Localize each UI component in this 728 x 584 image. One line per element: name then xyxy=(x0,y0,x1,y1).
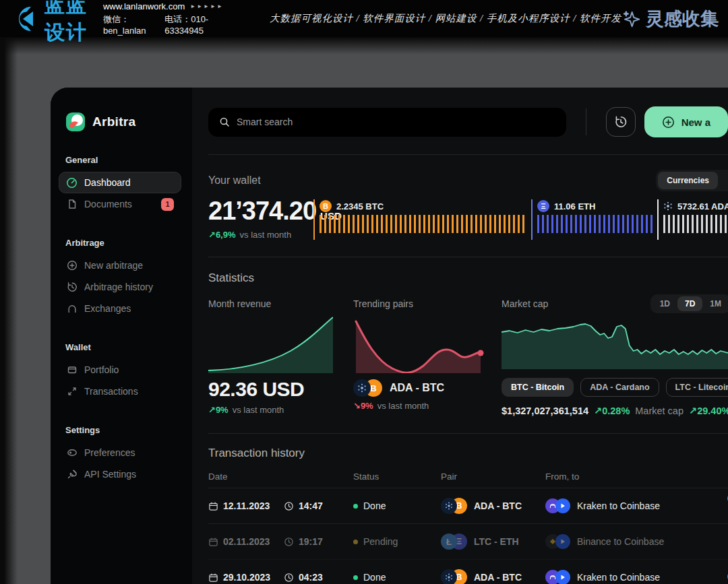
nav-section-settings: Settings xyxy=(65,425,192,435)
wallet-change: ↗6,9% xyxy=(208,230,236,240)
banner-phone: 电话：010-63334945 xyxy=(164,13,224,36)
segment-tick xyxy=(531,199,533,240)
nav-section-general: General xyxy=(65,155,192,165)
table-row[interactable]: 29.10.2023 04:23 Done xyxy=(208,560,728,584)
tab-currencies[interactable]: Currencies xyxy=(658,172,718,189)
cardano-icon xyxy=(441,498,457,514)
range-1m[interactable]: 1M xyxy=(702,296,728,311)
market-cap-label: Market cap xyxy=(502,298,548,309)
banner-logo: 蓝蓝设计 xyxy=(11,0,88,46)
sidebar-item-label: Portfolio xyxy=(84,364,119,375)
status-dot xyxy=(353,540,358,544)
calendar-icon xyxy=(208,573,218,583)
month-revenue-change: ↗9% xyxy=(208,405,229,415)
sidebar-item-api-settings[interactable]: API Settings xyxy=(59,463,181,485)
transaction-history-title: Transaction history xyxy=(208,447,728,460)
app-name: Arbitra xyxy=(92,115,135,129)
pill-ltc[interactable]: LTC - Litecoin xyxy=(666,378,728,397)
dashboard-gauge-icon xyxy=(66,177,78,189)
range-1d[interactable]: 1D xyxy=(653,296,677,311)
sidebar-item-transactions[interactable]: Transactions xyxy=(59,381,181,402)
coinbase-arrow-icon xyxy=(555,534,570,549)
sidebar-item-arbitrage-history[interactable]: Arbitrage history xyxy=(59,276,181,298)
wallet-title: Your wallet xyxy=(208,174,261,187)
main-content: New a Your wallet Currencies E 21’374.20… xyxy=(192,88,728,584)
search-bar[interactable] xyxy=(208,108,566,137)
btc-amount: 2.2345 BTC xyxy=(336,201,384,212)
sidebar-item-new-arbitrage[interactable]: New arbitrage xyxy=(59,255,181,276)
sidebar-item-label: Arbitrage history xyxy=(84,282,153,292)
trending-pairs-chart xyxy=(353,316,485,373)
sidebar-item-documents[interactable]: Documents 1 xyxy=(59,193,181,215)
banner-arrows: ►►►►► xyxy=(190,3,224,9)
search-input[interactable] xyxy=(237,117,555,127)
pill-btc[interactable]: BTC - Bitcoin xyxy=(502,378,574,397)
wallet-icon xyxy=(66,364,78,376)
range-7d[interactable]: 7D xyxy=(677,296,702,311)
status-badge: Pending xyxy=(363,536,398,547)
sidebar-item-exchanges[interactable]: Exchanges xyxy=(59,298,181,319)
pill-ada[interactable]: ADA - Cardano xyxy=(580,378,659,397)
cardano-icon xyxy=(353,379,371,397)
coinbase-arrow-icon xyxy=(555,570,570,584)
trending-pair-name: ADA - BTC xyxy=(390,382,444,394)
section-divider xyxy=(208,433,728,434)
holdings-bars: B 2.2345 BTC Ξ 11.06 ETH xyxy=(313,199,728,240)
volume-change: ↗29.40% xyxy=(689,405,728,416)
range-tabs: 1D 7D 1M xyxy=(650,294,728,313)
market-cap-stats: $1,327,027,361,514 ↗0.28% Market cap ↗29… xyxy=(502,405,728,416)
pair-icons: B xyxy=(353,379,382,397)
tab-exchanges[interactable]: E xyxy=(721,172,728,189)
banner-services: 大数据可视化设计 / 软件界面设计 / 网站建设 / 手机及小程序设计 / 软件… xyxy=(270,12,621,25)
plug-icon xyxy=(66,469,78,480)
sidebar-item-label: Documents xyxy=(84,199,132,209)
market-cap-panel: Market cap 1D 7D 1M BTC - Bitcoin ADA - … xyxy=(502,286,728,416)
btc-icon: B xyxy=(320,200,332,212)
trending-change: ↘9% xyxy=(353,401,373,411)
history-button[interactable] xyxy=(606,107,636,137)
table-row[interactable]: 12.11.2023 14:47 Done xyxy=(208,488,728,524)
status-dot xyxy=(353,504,358,509)
topbar-divider xyxy=(586,108,586,135)
topbar: New a xyxy=(208,106,728,137)
market-cap-chart xyxy=(502,319,728,369)
wallet-total: 21’374.20 xyxy=(208,197,316,226)
sidebar-item-label: Transactions xyxy=(84,386,138,397)
status-badge: Done xyxy=(363,572,386,583)
statistics-title: Statistics xyxy=(208,271,728,285)
banner-collect: 灵感收集 xyxy=(621,7,719,31)
sidebar-item-label: Exchanges xyxy=(84,303,131,314)
month-revenue-value: 92.36 USD xyxy=(208,378,333,401)
holding-eth: Ξ 11.06 ETH xyxy=(531,199,653,240)
sidebar-item-preferences[interactable]: Preferences xyxy=(59,442,181,463)
wallet-change-note: vs last month xyxy=(240,230,292,240)
market-cap-coin-pills: BTC - Bitcoin ADA - Cardano LTC - Liteco… xyxy=(502,378,728,397)
arch-icon xyxy=(66,303,78,315)
nav-section-arbitrage: Arbitrage xyxy=(65,238,192,248)
market-cap-change: ↗0.28% xyxy=(594,405,630,416)
new-arbitrage-button[interactable]: New a xyxy=(644,106,728,137)
sparkle-star-icon xyxy=(621,9,642,29)
banner-site-url: www.lanlanwork.com xyxy=(103,1,185,11)
sidebar-item-dashboard[interactable]: Dashboard xyxy=(59,172,181,193)
search-icon xyxy=(219,117,230,127)
banner-wechat: 微信：ben_lanlan xyxy=(103,13,152,36)
sidebar-item-label: Preferences xyxy=(84,447,135,458)
table-row[interactable]: 02.11.2023 19:17 Pending Ł Ξ LT xyxy=(208,524,728,560)
market-cap-value: $1,327,027,361,514 xyxy=(502,405,588,416)
calendar-icon xyxy=(208,537,218,547)
holding-btc: B 2.2345 BTC xyxy=(313,199,526,240)
arbitra-logo-icon xyxy=(65,112,86,132)
sidebar-item-portfolio[interactable]: Portfolio xyxy=(59,359,181,381)
toggle-icon xyxy=(66,447,78,459)
banner-logo-text: 蓝蓝设计 xyxy=(44,0,88,46)
sidebar-item-label: API Settings xyxy=(84,469,136,480)
ada-amount: 5732.61 ADA xyxy=(677,201,728,212)
section-divider xyxy=(208,257,728,257)
segment-tick xyxy=(657,199,659,240)
app-brand: Arbitra xyxy=(65,112,192,132)
segment-tick xyxy=(313,199,315,240)
trending-pairs-label: Trending pairs xyxy=(353,298,485,309)
transfer-arrows-icon xyxy=(66,386,78,397)
col-status: Status xyxy=(353,472,441,482)
